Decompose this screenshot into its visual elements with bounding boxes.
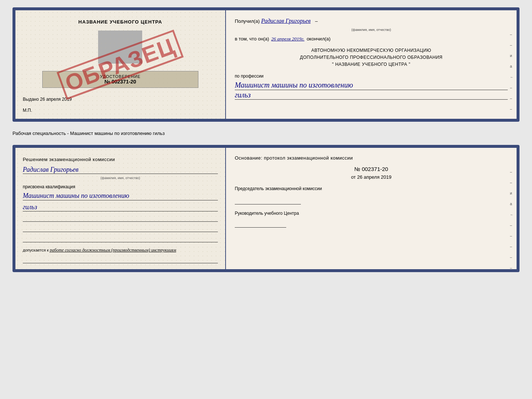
separator-text: Рабочая специальность - Машинист машины … [12,128,520,138]
mark-2: – [510,43,514,47]
protocol-date-value: 26 апреля 2019 [357,174,392,180]
mark-1: – [510,32,514,36]
date-value: 26 апреля 2019г. [271,36,304,42]
underline-2 [23,225,218,232]
bmark-5: ← [510,213,514,217]
allowed-prefix: допускается к [23,248,49,252]
protocol-number: № 002371-20 [235,166,508,172]
bmark-6: – [510,223,514,227]
qualification-label: присвоена квалификация [23,184,218,189]
chairman-label: Председатель экзаменационной комиссии [235,186,508,192]
cert-number-box: УДОСТОВЕРЕНИЕ № 002371-20 [42,71,198,88]
issued-date: Выдано 26 апреля 2019 [23,97,72,102]
bmark-10: – [510,266,514,270]
basis-title: Основание: протокол экзаменационной коми… [235,155,508,161]
org-line1: АВТОНОМНУЮ НЕКОММЕРЧЕСКУЮ ОРГАНИЗАЦИЮ [235,47,508,54]
bmark-2: – [510,181,514,185]
top-certificate: НАЗВАНИЕ УЧЕБНОГО ЦЕНТРА УДОСТОВЕРЕНИЕ №… [12,7,520,122]
fio-hint-bottom: (фамилия, имя, отчество) [23,176,218,180]
photo-placeholder [98,31,142,64]
protocol-date: от 26 апреля 2019 [235,174,508,180]
mark-3: и [510,54,514,58]
top-cert-left: НАЗВАНИЕ УЧЕБНОГО ЦЕНТРА УДОСТОВЕРЕНИЕ №… [15,10,226,119]
date-suffix: окончил(а) [307,36,331,42]
date-line: в том, что он(а) 26 апреля 2019г. окончи… [235,36,508,42]
decision-title: Решением экзаменационной комиссии [23,157,218,162]
allowed-label: допускается к работе согласно должностны… [23,247,218,253]
cert-label: УДОСТОВЕРЕНИЕ [48,74,192,79]
right-margin-marks: – – и а ← – – – [510,32,514,111]
received-name: Радислав Григорьев [261,18,311,24]
director-label: Руководитель учебного Центра [235,210,508,217]
underline-1 [23,215,218,222]
fio-hint-label: (фамилия, имя, отчество) [352,28,391,32]
bmark-8: – [510,245,514,249]
org-name-block: АВТОНОМНУЮ НЕКОММЕРЧЕСКУЮ ОРГАНИЗАЦИЮ ДО… [235,47,508,68]
bmark-7: – [510,234,514,238]
mark-8: – [510,107,514,111]
dash-sep: – [315,18,317,24]
received-line: Получил(а) Радислав Григорьев – [235,18,508,24]
chairman-signature-line [235,198,301,204]
mark-6: – [510,86,514,90]
bottom-certificate: Решением экзаменационной комиссии Радисл… [12,145,520,272]
date-prefix: в том, что он(а) [235,36,269,42]
bottom-right-margin-marks: – – и а ← – – – – – [510,170,514,270]
issued-date-value: 26 апреля 2019 [40,97,72,102]
bmark-3: и [510,191,514,195]
qualification-value-2: гильз [23,203,218,211]
bottom-cert-right: Основание: протокол экзаменационной коми… [226,148,517,269]
fio-hint-top: (фамилия, имя, отчество) [235,26,508,32]
org-line2: ДОПОЛНИТЕЛЬНОГО ПРОФЕССИОНАЛЬНОГО ОБРАЗО… [235,54,508,61]
director-signature-line [235,221,286,228]
bmark-4: а [510,202,514,206]
profession-value-2: гильз [235,91,508,100]
bmark-1: – [510,170,514,174]
cert-number: № 002371-20 [48,79,192,85]
school-name-top: НАЗВАНИЕ УЧЕБНОГО ЦЕНТРА [78,19,162,25]
mark-4: а [510,64,514,68]
page-wrapper: НАЗВАНИЕ УЧЕБНОГО ЦЕНТРА УДОСТОВЕРЕНИЕ №… [12,7,520,272]
decision-name: Радислав Григорьев [23,166,218,174]
protocol-date-prefix: от [351,174,356,180]
underline-4 [23,257,218,263]
mp-label: М.П. [23,108,32,113]
bottom-cert-left: Решением экзаменационной комиссии Радисл… [15,148,226,269]
underline-3 [23,236,218,242]
org-line3: " НАЗВАНИЕ УЧЕБНОГО ЦЕНТРА " [235,61,508,68]
mark-5: ← [510,75,514,79]
mark-7: – [510,96,514,100]
issued-label: Выдано [23,97,39,102]
bmark-9: – [510,255,514,259]
received-prefix: Получил(а) [235,18,260,24]
profession-label: по профессии [235,74,508,79]
allowed-value: работе согласно должностным (производств… [50,247,176,253]
qualification-value-1: Машинист машины по изготовлению [23,192,218,200]
top-cert-right: Получил(а) Радислав Григорьев – (фамилия… [226,10,517,119]
profession-value-1: Машинист машины по изготовлению [235,80,508,90]
